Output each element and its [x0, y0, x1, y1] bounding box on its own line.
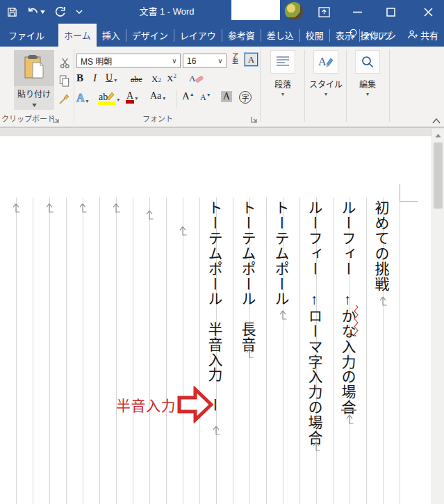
svg-text:A: A — [318, 56, 327, 67]
close-icon[interactable] — [420, 4, 436, 19]
paste-label: 貼り付け — [14, 88, 54, 99]
grid-line — [199, 197, 200, 504]
paragraph-mark-icon — [12, 202, 21, 214]
text-column[interactable]: 初めての挑戦 — [375, 200, 391, 291]
underline-button[interactable]: U▾ — [106, 72, 117, 83]
grid-line — [16, 197, 17, 504]
grid-line — [116, 197, 117, 504]
window-title: 文書 1 - Word — [0, 0, 334, 24]
paste-dropdown-arrow[interactable] — [32, 104, 37, 107]
ruby-bottom-char: 亜 — [232, 58, 238, 64]
grid-line — [133, 197, 133, 504]
paragraph-dropdown-arrow: ▾ — [263, 91, 303, 97]
scrollbar-thumb[interactable] — [434, 143, 443, 209]
collapse-ribbon-icon[interactable] — [432, 117, 441, 124]
styles-group-label: スタイル — [306, 78, 346, 90]
tab-レイアウ[interactable]: レイアウ — [174, 24, 222, 47]
character-border-glyph: A — [245, 53, 258, 66]
paragraph-group-label: 段落 — [263, 78, 303, 90]
grid-line — [66, 197, 67, 504]
ribbon-display-options-icon[interactable] — [315, 4, 332, 19]
paragraph-mark-icon — [112, 202, 121, 214]
clear-format-a: A — [189, 73, 196, 83]
font-group-label: フォント — [142, 113, 173, 124]
tab-参考資[interactable]: 参考資 — [222, 24, 261, 47]
text-column[interactable]: トーテムポール 長音 — [241, 200, 258, 352]
vertical-scrollbar[interactable] — [431, 129, 444, 504]
tab-差し込[interactable]: 差し込 — [261, 24, 299, 47]
tab-挿入[interactable]: 挿入 — [97, 24, 126, 47]
font-name-dropdown-icon[interactable]: ∨ — [169, 57, 180, 65]
font-name-combo[interactable]: MS 明朝 ∨ — [76, 54, 181, 68]
tell-me-label: 操作アシ — [361, 29, 396, 42]
paragraph-mark-icon — [212, 425, 221, 437]
grid-line — [183, 197, 183, 504]
editing-group-button[interactable]: 編集 ▾ — [347, 50, 388, 97]
search-icon — [355, 50, 380, 74]
grid-line — [266, 197, 267, 504]
superscript-button[interactable]: X2 — [167, 72, 176, 84]
grid-line — [99, 197, 100, 504]
text-column[interactable]: ルーフィー ↑ローマ字入力の場合 — [308, 200, 324, 445]
paragraph-mark-icon — [145, 209, 154, 221]
paragraph-group-button[interactable]: 段落 ▾ — [263, 50, 303, 97]
annotation-arrow-icon — [177, 386, 213, 426]
italic-button[interactable]: I — [93, 72, 97, 84]
share-button[interactable]: 共有 — [407, 29, 438, 42]
clipboard-group-label: クリップボード — [1, 113, 55, 124]
text-effects-button[interactable]: A▾ — [76, 92, 89, 104]
grid-line — [33, 197, 33, 504]
copy-icon[interactable] — [57, 73, 72, 88]
tab-row-extras: 操作アシ 共有 — [342, 24, 444, 47]
enclose-characters-button[interactable]: 字 — [239, 91, 252, 104]
shrink-font-button[interactable]: A▼ — [200, 92, 211, 103]
ribbon-home: 貼り付け クリップボード MS 明朝 ∨ 16 ∨ ア — [0, 47, 444, 127]
cut-icon[interactable] — [57, 55, 72, 70]
paragraph-mark-icon — [45, 202, 54, 214]
grid-line — [149, 197, 150, 504]
tab-ホーム[interactable]: ホーム — [58, 24, 97, 47]
paste-button[interactable]: 貼り付け — [14, 50, 54, 110]
text-column[interactable]: トーテムポール — [274, 200, 291, 307]
subscript-button[interactable]: X2 — [151, 74, 161, 85]
scrollbar-up-icon[interactable] — [432, 130, 444, 140]
text-column[interactable]: トーテムポール 半音入力 ー — [208, 200, 224, 412]
character-border-button[interactable]: A — [245, 53, 258, 66]
change-case-button[interactable]: Aa▾ — [150, 90, 165, 101]
tell-me[interactable]: 操作アシ — [349, 29, 396, 42]
paragraph-mark-icon — [245, 348, 254, 359]
styles-icon: A — [313, 50, 338, 74]
spellcheck-squiggle — [354, 305, 359, 340]
font-size-value: 16 — [183, 56, 215, 66]
grow-font-button[interactable]: A▲ — [182, 90, 195, 102]
tab-ファイル[interactable]: ファイル — [3, 24, 50, 47]
document-top-gap — [0, 127, 444, 136]
font-dialog-launcher[interactable] — [251, 116, 258, 124]
paragraph-mark-icon — [179, 225, 188, 237]
clipboard-dialog-launcher[interactable] — [53, 116, 60, 124]
clear-formatting-icon[interactable]: A — [189, 72, 204, 85]
paragraph-mark-icon — [79, 202, 88, 214]
bold-button[interactable]: B — [76, 72, 83, 84]
paragraph-mark-icon — [279, 309, 288, 321]
format-painter-icon[interactable] — [57, 91, 72, 106]
minimize-icon[interactable] — [349, 4, 365, 19]
highlight-color-button[interactable]: ab▾ — [99, 90, 120, 103]
font-size-dropdown-icon[interactable]: ∨ — [215, 57, 226, 65]
tab-デザイン[interactable]: デザイン — [126, 24, 174, 47]
styles-group-button[interactable]: A スタイル ▾ — [306, 50, 346, 97]
share-person-icon — [407, 29, 418, 42]
paragraph-mark-icon — [345, 414, 354, 425]
title-bar: 文書 1 - Word — [0, 0, 444, 24]
redacted-account-area — [231, 0, 280, 20]
font-name-value: MS 明朝 — [77, 55, 169, 67]
character-shading-button[interactable]: A — [221, 91, 232, 102]
margin-crop-mark-horizontal — [400, 201, 418, 202]
font-color-button[interactable]: A▾ — [126, 90, 138, 101]
strikethrough-button[interactable]: abc — [131, 74, 142, 85]
user-avatar[interactable] — [285, 2, 303, 20]
font-size-combo[interactable]: 16 ∨ — [183, 54, 227, 68]
ruby-phonetic-guide-icon[interactable]: ア 亜 — [232, 53, 238, 64]
tab-校閲[interactable]: 校閲 — [300, 24, 329, 47]
maximize-icon[interactable] — [382, 4, 399, 19]
